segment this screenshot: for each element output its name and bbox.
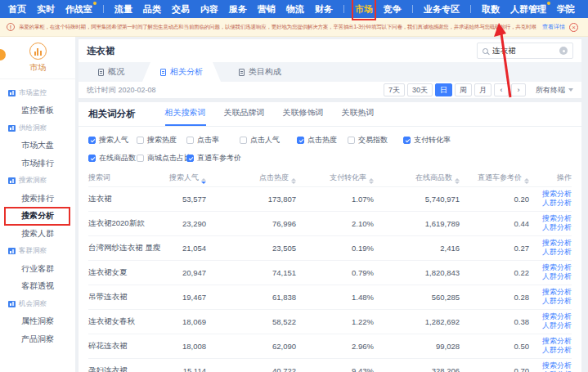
sort-icon[interactable] [524, 178, 529, 184]
nav-item[interactable]: 首页 [8, 1, 26, 17]
sidebar-item[interactable]: 市场排行 [0, 155, 75, 173]
sidebar-item[interactable]: 搜索人群 [0, 225, 75, 243]
sidebar-item[interactable]: 客群洞察 [0, 243, 75, 261]
nav-item[interactable]: 财务 [315, 1, 333, 17]
period-button[interactable]: 30天 [407, 83, 433, 96]
metric-checkbox[interactable]: 在线商品数 [88, 153, 137, 164]
checkbox-icon[interactable] [297, 137, 304, 144]
crowd-analysis-link[interactable]: 人群分析 [529, 297, 572, 306]
metric-checkbox[interactable]: 点击人气 [240, 135, 297, 146]
nav-item[interactable]: 营销 [258, 1, 276, 17]
nav-item[interactable]: 物流 [286, 1, 304, 17]
nav-item[interactable] [470, 5, 471, 13]
checkbox-icon[interactable] [137, 155, 144, 162]
sort-icon[interactable] [201, 178, 206, 184]
checkbox-icon[interactable] [88, 137, 96, 144]
checkbox-icon[interactable] [186, 137, 194, 144]
nav-item[interactable]: 作战室 [65, 1, 92, 17]
period-button[interactable]: › [511, 83, 526, 96]
search-analysis-link[interactable]: 搜索分析 [529, 337, 572, 346]
nav-item[interactable]: 实时 [37, 1, 55, 17]
nav-item[interactable]: 交易 [172, 1, 190, 17]
nav-item[interactable]: 学院 [557, 1, 575, 17]
checkbox-icon[interactable] [348, 137, 355, 144]
sidebar-item[interactable]: 行业客群 [0, 260, 75, 278]
nav-item[interactable]: 内容 [200, 1, 218, 17]
column-header[interactable]: 操作 [529, 170, 572, 186]
sidebar-item[interactable]: 市场监控 [0, 84, 75, 102]
nav-item[interactable]: 业务专区 [424, 1, 460, 17]
nav-item[interactable]: 人群管理 [510, 1, 546, 17]
search-analysis-link[interactable]: 搜索分析 [529, 239, 572, 248]
sort-icon[interactable] [369, 178, 374, 184]
sidebar-item[interactable]: 客群透视 [0, 278, 75, 296]
nav-item[interactable] [343, 5, 344, 13]
sidebar-item[interactable]: 搜索洞察 [0, 173, 75, 190]
metric-checkbox[interactable]: 商城点击占比 [137, 153, 186, 164]
metric-checkbox[interactable]: 交易指数 [348, 135, 403, 146]
column-header[interactable]: 搜索人气 [154, 170, 206, 186]
analysis-tab[interactable]: 关联品牌词 [224, 107, 265, 126]
search-analysis-link[interactable]: 搜索分析 [529, 190, 572, 199]
analysis-tab[interactable]: 关联修饰词 [283, 107, 324, 126]
sidebar-item[interactable]: 机会洞察 [0, 295, 75, 313]
period-button[interactable]: 月 [474, 83, 491, 96]
sidebar-item[interactable]: 监控看板 [0, 102, 75, 120]
crowd-analysis-link[interactable]: 人群分析 [529, 223, 572, 232]
column-header[interactable]: 支付转化率 [296, 170, 374, 186]
gear-icon[interactable] [559, 47, 568, 55]
period-button[interactable]: 日 [435, 83, 452, 96]
checkbox-icon[interactable] [186, 155, 194, 162]
nav-item[interactable]: 品类 [143, 1, 161, 17]
nav-item[interactable]: 市场 [355, 1, 373, 17]
metric-checkbox[interactable]: 点击率 [186, 135, 240, 146]
nav-item[interactable]: 流量 [114, 1, 132, 17]
sidebar-item[interactable]: 市场大盘 [0, 137, 75, 155]
notice-detail-link[interactable]: 查看详情 [542, 23, 565, 31]
nav-item[interactable]: 竞争 [384, 1, 402, 17]
sort-icon[interactable] [291, 178, 296, 184]
crowd-analysis-link[interactable]: 人群分析 [529, 248, 572, 257]
search-input[interactable] [492, 47, 555, 56]
column-header[interactable]: 直通车参考价 [460, 170, 529, 186]
nav-item[interactable] [103, 5, 104, 13]
period-button[interactable]: 7天 [384, 83, 405, 96]
metric-checkbox[interactable]: 点击热度 [297, 135, 348, 146]
crowd-analysis-link[interactable]: 人群分析 [529, 272, 572, 281]
analysis-tab[interactable]: 关联热词 [342, 107, 375, 126]
sidebar-item[interactable]: 供给洞察 [0, 119, 75, 137]
checkbox-icon[interactable] [88, 155, 96, 162]
metric-checkbox[interactable]: 搜索人气 [88, 135, 137, 146]
period-button[interactable]: ‹ [494, 83, 509, 96]
checkbox-icon[interactable] [240, 137, 247, 144]
sidebar-item[interactable]: 搜索分析 [0, 208, 75, 226]
search-analysis-link[interactable]: 搜索分析 [529, 214, 572, 223]
search-analysis-link[interactable]: 搜索分析 [529, 263, 572, 272]
nav-item[interactable]: 服务 [229, 1, 247, 17]
metric-checkbox[interactable]: 支付转化率 [403, 135, 572, 146]
analysis-tab[interactable]: 相关搜索词 [165, 107, 206, 126]
nav-item[interactable]: 取数 [482, 1, 500, 17]
header-tab[interactable]: 类目构成 [221, 62, 299, 82]
search-analysis-link[interactable]: 搜索分析 [529, 288, 572, 297]
sidebar-item[interactable]: 搜索排行 [0, 190, 75, 208]
period-button[interactable]: 周 [455, 83, 472, 96]
column-header[interactable]: 搜索词 [88, 170, 154, 186]
crowd-analysis-link[interactable]: 人群分析 [529, 346, 572, 355]
checkbox-icon[interactable] [403, 137, 411, 144]
metric-checkbox[interactable]: 直通车参考价 [186, 153, 240, 164]
search-analysis-link[interactable]: 搜索分析 [529, 312, 572, 321]
search-analysis-link[interactable]: 搜索分析 [529, 361, 572, 370]
header-tab[interactable]: 相关分析 [142, 62, 221, 82]
checkbox-icon[interactable] [137, 137, 144, 144]
column-header[interactable]: 点击热度 [206, 170, 296, 186]
column-header[interactable]: 在线商品数 [374, 170, 460, 186]
nav-item[interactable] [412, 5, 413, 13]
sidebar-item[interactable]: 产品洞察 [0, 330, 75, 348]
metric-checkbox[interactable]: 搜索热度 [137, 135, 186, 146]
sort-icon[interactable] [455, 178, 460, 184]
crowd-analysis-link[interactable]: 人群分析 [529, 199, 572, 208]
close-icon[interactable]: × [569, 23, 578, 32]
sidebar-item[interactable]: 属性洞察 [0, 313, 75, 331]
crowd-analysis-link[interactable]: 人群分析 [529, 321, 572, 330]
